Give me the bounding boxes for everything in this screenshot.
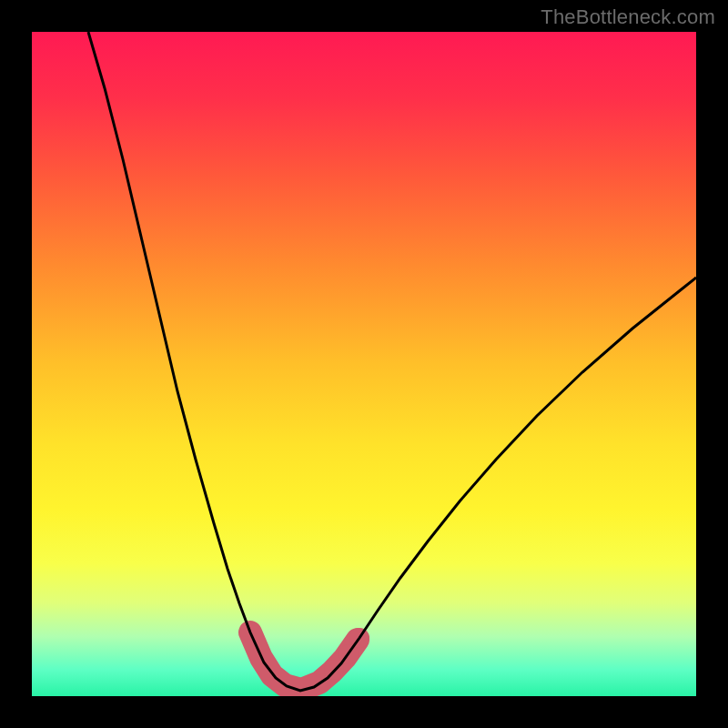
plot-area <box>32 32 696 696</box>
curve-layer <box>32 32 696 696</box>
watermark-text: TheBottleneck.com <box>541 5 715 29</box>
chart-frame: TheBottleneck.com <box>0 0 728 728</box>
bottleneck-curve <box>88 32 696 691</box>
